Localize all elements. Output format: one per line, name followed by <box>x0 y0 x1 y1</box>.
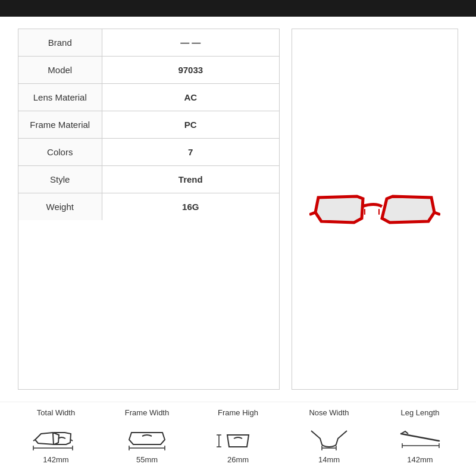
table-row: Style Trend <box>18 166 279 193</box>
dimension-value: 26mm <box>227 455 249 464</box>
frame-high-icon <box>214 422 262 452</box>
row-value: 7 <box>102 139 279 166</box>
product-image-wrap <box>292 29 458 390</box>
row-label: Model <box>18 57 102 84</box>
dimension-value: 142mm <box>43 455 68 464</box>
info-table-wrap: Brand — — Model 97033 Lens Material AC F… <box>18 29 280 390</box>
table-row: Frame Material PC <box>18 111 279 139</box>
svg-line-1 <box>71 440 73 441</box>
row-value: Trend <box>102 166 279 193</box>
dimension-value: 55mm <box>136 455 158 464</box>
table-row: Weight 16G <box>18 193 279 221</box>
dimension-item: Nose Width 14mm <box>293 408 365 464</box>
row-label: Lens Material <box>18 84 102 111</box>
row-value: PC <box>102 111 279 139</box>
dimension-item: Frame High 26mm <box>202 408 274 464</box>
dimension-label: Frame High <box>218 408 258 417</box>
table-row: Brand — — <box>18 29 279 57</box>
row-value: — — <box>102 29 279 57</box>
dimension-value: 142mm <box>407 455 433 464</box>
row-value: 97033 <box>102 57 279 84</box>
dimension-item: Leg Length 142mm <box>384 408 456 464</box>
dimension-value: 14mm <box>318 455 340 464</box>
row-label: Colors <box>18 139 102 166</box>
row-label: Frame Material <box>18 111 102 139</box>
table-row: Lens Material AC <box>18 84 279 111</box>
dimensions-section: Total Width 142mm Frame Width 55mm Frame… <box>0 402 476 476</box>
product-info-page: Brand — — Model 97033 Lens Material AC F… <box>0 0 476 476</box>
row-value: AC <box>102 84 279 111</box>
row-label: Weight <box>18 193 102 221</box>
row-value: 16G <box>102 193 279 221</box>
dimension-item: Frame Width 55mm <box>111 408 183 464</box>
leg-length-icon <box>396 422 444 452</box>
nose-width-icon <box>305 422 353 452</box>
frame-width-icon <box>123 422 171 452</box>
dimension-label: Leg Length <box>400 408 439 417</box>
svg-line-0 <box>33 440 35 441</box>
dimension-label: Frame Width <box>125 408 169 417</box>
table-row: Colors 7 <box>18 139 279 166</box>
dimensions-row: Total Width 142mm Frame Width 55mm Frame… <box>12 408 464 464</box>
product-info-table: Brand — — Model 97033 Lens Material AC F… <box>18 29 279 220</box>
dimension-label: Nose Width <box>309 408 349 417</box>
product-image <box>309 174 440 245</box>
total-width-icon <box>32 422 80 452</box>
table-row: Model 97033 <box>18 57 279 84</box>
row-label: Brand <box>18 29 102 57</box>
dimension-item: Total Width 142mm <box>20 408 92 464</box>
dimension-label: Total Width <box>37 408 75 417</box>
row-label: Style <box>18 166 102 193</box>
main-content: Brand — — Model 97033 Lens Material AC F… <box>0 17 476 402</box>
page-header <box>0 0 476 17</box>
